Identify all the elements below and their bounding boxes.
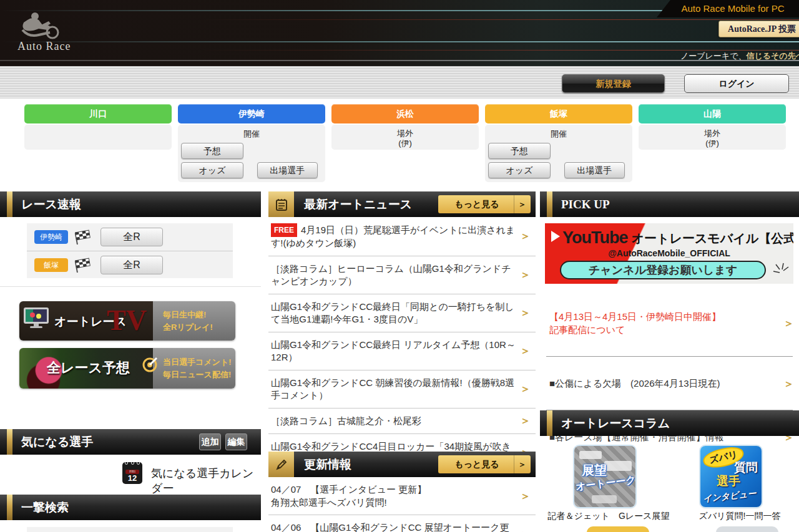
edit-button[interactable]: 編集: [225, 433, 247, 450]
forecast-banner-line2: 毎日ニュース配信!: [163, 369, 235, 381]
news-more-button[interactable]: もっと見る: [438, 195, 531, 213]
venue-button[interactable]: 飯塚: [485, 104, 632, 123]
chevron-right-icon: ＞: [520, 383, 531, 395]
rider-silhouette-icon: [14, 11, 82, 40]
forecast-banner-title: 全レース予想: [47, 359, 130, 377]
all-races-button[interactable]: 全R: [100, 228, 163, 246]
right-column: PICK UP YouTubeオートレースモバイル【公式】 @AutoRaceM…: [540, 191, 799, 532]
chevron-right-icon: ＞: [783, 377, 794, 390]
youtube-title-row: YouTubeオートレースモバイル【公式】: [551, 228, 793, 248]
news-item[interactable]: FREE4月19日（日）荒尾聡選手がイベントに出演されます!(ゆめタウン飯塚) …: [268, 217, 536, 256]
forecast-button[interactable]: 予想: [488, 143, 551, 159]
pc-site-banner: Auto Race Mobile for PC: [654, 0, 799, 17]
header-tagline: ノーブレーキで、信じるその先へ: [680, 51, 799, 62]
autorace-logo[interactable]: Auto Race: [14, 11, 89, 56]
odds-button[interactable]: オッズ: [488, 162, 551, 178]
news-text: 山陽G1令和グランドCC最終日 リアルタイム予想（10R～12R）: [271, 339, 516, 362]
calendar-icon: FRI 12: [122, 462, 142, 484]
speech-bubble: [604, 461, 632, 471]
venue-row: 川口 伊勢崎 開催 予想 オッズ 出場選手 浜松 場外 (伊): [24, 104, 786, 182]
venue-button[interactable]: 伊勢崎: [178, 104, 325, 123]
checkered-flag-icon: [73, 230, 92, 244]
autorace-jp-vote-button[interactable]: AutoRace.JP 投票: [718, 21, 799, 37]
column-section-header: オートレースコラム: [540, 410, 799, 436]
update-item[interactable]: 04／06 【山陽G1令和グランドCC 展望オートーーク更新】 ＞: [268, 515, 536, 532]
login-button[interactable]: ログイン: [684, 74, 789, 93]
venue-status: 場外: [639, 128, 786, 138]
quick-search-box: [27, 527, 233, 532]
racers-button[interactable]: 出場選手: [257, 162, 318, 178]
header-streak: [0, 60, 799, 61]
autorace-tv-banner[interactable]: オートレース TV 毎日生中継! 全Rリプレイ!: [19, 301, 235, 341]
column-thumb-interview[interactable]: ズバリ 質問 選手 インタビュー: [700, 446, 762, 507]
updates-more-button[interactable]: もっと見る: [438, 455, 531, 473]
calendar-day: 12: [122, 473, 142, 483]
logo-text: Auto Race: [17, 40, 71, 53]
racers-button[interactable]: 出場選手: [564, 162, 625, 178]
venue-card-iizuka: 飯塚 開催 予想 オッズ 出場選手: [485, 104, 632, 182]
watch-racers-header: 気になる選手 追加 編集: [0, 429, 261, 455]
venue-status-box: [24, 125, 172, 150]
chevron-right-icon: ＞: [783, 317, 794, 330]
add-button[interactable]: 追加: [199, 433, 221, 450]
updates-header: 更新情報 もっと見る: [268, 452, 536, 477]
youtube-brand: YouTube: [562, 228, 627, 247]
pickup-link[interactable]: 【4月13日～4月15日・伊勢崎日中開催】 記事配信について ＞: [540, 290, 799, 356]
account-bar: 新規登録 ログイン: [0, 66, 799, 99]
header-streak: [0, 41, 799, 42]
update-body: 角翔太郎選手へズバリ質問!: [271, 496, 517, 509]
chevron-right-icon: ＞: [520, 415, 531, 427]
update-item[interactable]: 04／07 【選手インタビュー 更新】 角翔太郎選手へズバリ質問! ＞: [268, 477, 536, 515]
target-icon: [142, 357, 158, 373]
tagline-white: ノーブレーキで、: [680, 51, 747, 60]
checkered-flag-icon: [73, 258, 92, 273]
sparkle-icon: [771, 262, 790, 281]
news-list: FREE4月19日（日）荒尾聡選手がイベントに出演されます!(ゆめタウン飯塚) …: [268, 217, 536, 472]
tv-banner-left: オートレース TV: [19, 301, 153, 341]
pencil-icon: [268, 452, 294, 477]
race-flash-box: 伊勢崎 全R 飯塚: [27, 223, 233, 278]
tv-banner-tv-text: TV: [107, 302, 147, 339]
race-flash-row: 伊勢崎 全R: [27, 223, 233, 251]
subscribe-pill: チャンネル登録お願いします: [560, 261, 766, 279]
column-thumb-outlook[interactable]: 展望 オートーーク: [574, 446, 635, 507]
chevron-right-icon: ＞: [520, 528, 531, 532]
tv-banner-right: 毎日生中継! 全Rリプレイ!: [153, 301, 235, 341]
thumb-text: インタビュー: [702, 488, 757, 505]
calendar-label: 気になる選手カレンダー: [151, 466, 261, 496]
forecast-banner-right: 当日選手コメント! 毎日ニュース配信!: [153, 348, 235, 389]
forecast-button[interactable]: 予想: [181, 143, 243, 159]
section-title: PICK UP: [540, 191, 799, 217]
venue-status: 開催: [178, 128, 325, 140]
news-item[interactable]: 山陽G1令和グランドCC最終日 リアルタイム予想（10R～12R） ＞: [268, 332, 536, 370]
updates-list: 04／07 【選手インタビュー 更新】 角翔太郎選手へズバリ質問! ＞ 04／0…: [268, 477, 536, 532]
divider: [0, 286, 261, 287]
venue-button[interactable]: 川口: [24, 104, 172, 123]
section-title: 気になる選手: [0, 429, 261, 455]
pickup-link[interactable]: ■公傷による欠場 (2026年4月13日現在) ＞: [540, 357, 799, 410]
thumb-caption[interactable]: 記者＆ジェット Gレース展望: [546, 511, 671, 522]
middle-column: 最新オートニュース もっと見る FREE4月19日（日）荒尾聡選手がイベントに出…: [268, 191, 536, 532]
venue-status-box: 開催 予想 オッズ 出場選手: [485, 125, 632, 182]
youtube-channel-banner[interactable]: YouTubeオートレースモバイル【公式】 @AutoRaceMobile_OF…: [545, 223, 793, 284]
venue-badge[interactable]: 飯塚: [34, 258, 68, 272]
watch-racers-calendar-link[interactable]: FRI 12 気になる選手カレンダー: [0, 461, 261, 486]
register-button[interactable]: 新規登録: [562, 74, 665, 93]
news-item[interactable]: 山陽G1令和グランドCC最終日「同期との一騎打ちを制して当地G1連覇!今年G1・…: [268, 294, 536, 332]
venue-badge[interactable]: 伊勢崎: [34, 230, 68, 244]
venue-card-hamamatsu: 浜松 場外 (伊): [331, 104, 479, 182]
all-races-button[interactable]: 全R: [100, 256, 163, 274]
news-item[interactable]: 山陽G1令和グランドCC 朝練習後の最新情報!（優勝戦8選手コメント） ＞: [268, 370, 536, 409]
odds-button[interactable]: オッズ: [181, 162, 243, 178]
venue-card-isesaki: 伊勢崎 開催 予想 オッズ 出場選手: [178, 104, 325, 182]
thumb-caption[interactable]: ズバリ質問!一問一答: [693, 511, 787, 522]
venue-button[interactable]: 浜松: [331, 104, 479, 123]
all-race-forecast-banner[interactable]: 全レース予想 当日選手コメント! 毎日ニュース配信!: [19, 348, 235, 389]
venue-button[interactable]: 山陽: [639, 104, 786, 123]
news-text: 山陽G1令和グランドCC 朝練習後の最新情報!（優勝戦8選手コメント）: [271, 377, 514, 400]
news-item[interactable]: ［淡路コラム］ヒーローコラム（山陽G1令和グランドチャンピオンカップ） ＞: [268, 256, 536, 294]
notebook-icon: [268, 191, 294, 217]
youtube-handle: @AutoRaceMobile_OFFICIAL: [545, 248, 793, 258]
news-item[interactable]: ［淡路コラム］古城龍之介・松尾彩 ＞: [268, 409, 536, 434]
update-head: 04／06 【山陽G1令和グランドCC 展望オートーーク更新】: [271, 521, 517, 532]
